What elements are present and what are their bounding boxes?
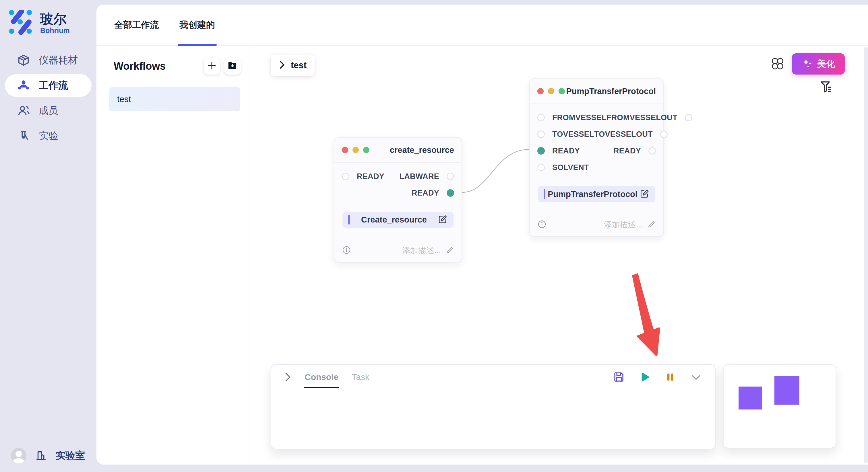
app-screen: 玻尔 Bohrium 仪器耗材 (0, 0, 868, 472)
action-label: PumpTransferProtocol (546, 190, 640, 199)
output-port-ready[interactable] (446, 189, 454, 197)
info-icon[interactable] (342, 245, 351, 256)
dot-yellow (352, 147, 359, 153)
description-placeholder: 添加描述... (604, 220, 643, 230)
edge-ready-to-ready (462, 149, 529, 193)
console-output-area[interactable] (271, 390, 715, 449)
description-group[interactable]: 添加描述... (604, 220, 656, 230)
input-port-tovessel[interactable] (537, 131, 545, 138)
output-port-fromvesselout[interactable] (685, 114, 692, 121)
brand-name-cn: 玻尔 (40, 12, 70, 26)
minimap-node-create-resource (739, 386, 763, 409)
port-label: READY (412, 189, 439, 198)
brand-logo-row: 玻尔 Bohrium (0, 0, 96, 37)
input-port-ready[interactable] (537, 147, 545, 155)
console-panel: Console Task (271, 364, 716, 449)
sidebar-nav: 仪器耗材 工作流 (0, 49, 96, 147)
edit-icon[interactable] (438, 214, 448, 225)
pause-button[interactable] (664, 371, 676, 383)
port-label: READY (357, 172, 384, 181)
node-action-create-resource[interactable]: Create_resource (342, 212, 454, 228)
content-area: 全部工作流 我创建的 Workflows (96, 5, 868, 465)
breadcrumb[interactable]: test (271, 55, 315, 76)
tab-label: 全部工作流 (114, 19, 159, 31)
sidebar: 玻尔 Bohrium 仪器耗材 (0, 0, 96, 472)
breadcrumb-label: test (291, 60, 307, 71)
input-port-fromvessel[interactable] (537, 114, 545, 121)
traffic-light-dots (342, 147, 369, 153)
workflow-list-item-test[interactable]: test (109, 87, 240, 111)
workspace-switcher[interactable]: 实验室 (11, 448, 85, 463)
node-header: PumpTransferProtocol (530, 79, 663, 104)
save-button[interactable] (613, 371, 625, 383)
user-avatar[interactable] (11, 448, 26, 463)
brand-name: 玻尔 Bohrium (40, 12, 70, 35)
node-header: create_resource (334, 138, 462, 163)
node-action-pump-transfer[interactable]: PumpTransferProtocol (538, 186, 655, 202)
import-workflow-button[interactable] (224, 58, 241, 74)
description-group[interactable]: 添加描述... (402, 245, 454, 256)
port-label: SOLVENT (552, 163, 589, 172)
sidebar-item-label: 实验 (39, 129, 58, 142)
tab-all-workflows[interactable]: 全部工作流 (114, 5, 159, 45)
sidebar-item-label: 仪器耗材 (39, 54, 78, 67)
traffic-light-dots (537, 88, 565, 94)
add-workflow-button[interactable] (204, 58, 220, 74)
description-placeholder: 添加描述... (402, 245, 441, 256)
port-label: TOVESSEL (552, 130, 594, 139)
play-icon (639, 371, 651, 383)
members-icon (17, 104, 30, 117)
sparkles-icon (802, 58, 813, 70)
node-footer: 添加描述... (537, 218, 656, 232)
sidebar-item-label: 成员 (39, 104, 58, 117)
run-button[interactable] (639, 371, 651, 383)
brand-name-en: Bohrium (40, 26, 70, 35)
chevron-down-icon (690, 371, 702, 383)
input-port-ready[interactable] (342, 173, 349, 180)
main-split: Workflows (96, 46, 868, 465)
console-tab-task[interactable]: Task (352, 365, 369, 390)
sidebar-item-members[interactable]: 成员 (5, 99, 92, 122)
console-toolbar (613, 371, 702, 383)
workflow-canvas[interactable]: test (251, 46, 868, 465)
save-icon (613, 371, 625, 383)
collapse-chevron-icon[interactable] (284, 372, 291, 382)
canvas-scrollbar[interactable] (864, 47, 868, 463)
beautify-label: 美化 (817, 58, 835, 70)
command-palette-button[interactable] (770, 56, 786, 72)
output-port-ready[interactable] (648, 147, 656, 155)
edit-icon[interactable] (640, 189, 650, 200)
input-port-solvent[interactable] (537, 164, 545, 171)
team-icon (17, 79, 30, 92)
console-header: Console Task (271, 365, 715, 390)
filter-button[interactable] (818, 80, 834, 95)
workflow-item-name: test (117, 94, 131, 104)
sidebar-item-instruments[interactable]: 仪器耗材 (5, 49, 92, 72)
output-port-tovesselout[interactable] (660, 131, 668, 138)
dot-yellow (548, 88, 554, 94)
folder-import-icon (227, 60, 238, 72)
console-tab-label: Console (305, 372, 338, 382)
workflows-actions (204, 58, 241, 74)
tab-label: 我创建的 (179, 19, 215, 31)
port-label: FROMVESSEL (552, 113, 607, 122)
minimap-node-pump-transfer (774, 376, 799, 405)
info-icon[interactable] (537, 220, 547, 230)
lab-building-icon (35, 449, 47, 462)
console-tab-label: Task (352, 372, 369, 382)
sidebar-item-workflows[interactable]: 工作流 (5, 74, 92, 97)
node-pump-transfer-protocol[interactable]: PumpTransferProtocol FROMVESSEL FROMVESS… (529, 78, 664, 237)
node-create-resource[interactable]: create_resource READY LABWARE (334, 137, 462, 263)
collapse-panel-button[interactable] (690, 371, 702, 383)
bohrium-logo-icon (8, 10, 34, 37)
workflows-header: Workflows (96, 46, 251, 74)
sidebar-item-experiments[interactable]: 实验 (5, 125, 92, 147)
output-port-labware[interactable] (446, 173, 454, 180)
beautify-button[interactable]: 美化 (792, 53, 845, 74)
plus-icon (207, 61, 217, 72)
tab-my-created[interactable]: 我创建的 (179, 5, 215, 45)
minimap[interactable] (723, 364, 836, 448)
workflows-panel: Workflows (96, 46, 251, 465)
dot-green (559, 88, 565, 94)
console-tab-console[interactable]: Console (305, 365, 338, 390)
